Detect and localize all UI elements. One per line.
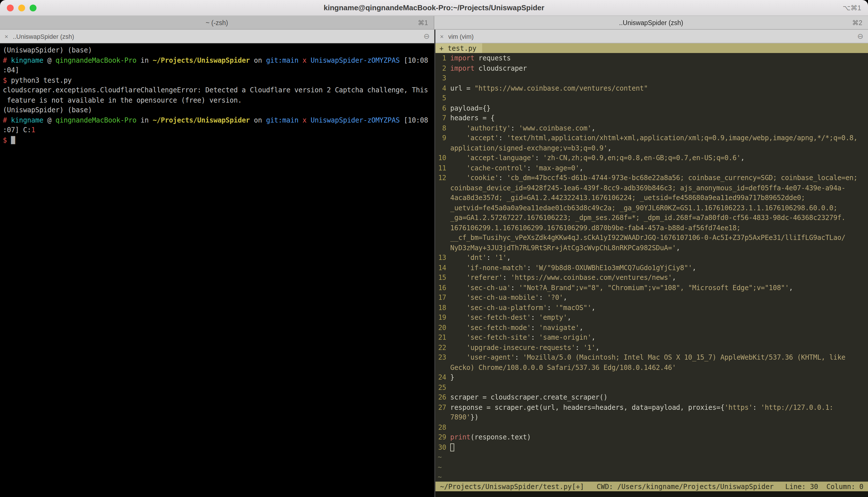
line-number: 10 — [436, 153, 450, 163]
vim-line: 1676106299.1.1676106299.1676106299.d870b… — [436, 223, 868, 233]
vim-line: coinbase_device_id=9428f245-1ea6-439f-8c… — [436, 183, 868, 193]
vim-line: _uetvid=fe45a0a0a9ea11edae01cb63d8c49c2a… — [436, 203, 868, 213]
line-number: 6 — [436, 103, 450, 113]
vim-line: 28 — [436, 423, 868, 432]
line-number: 30 — [436, 443, 450, 453]
close-window-button[interactable] — [7, 4, 14, 11]
vim-status-file: ~/Projects/UniswapSpider/test.py[+] — [440, 482, 584, 491]
tab-bar: ~ (-zsh) ⌘1 ..UniswapSpider (zsh) ⌘2 — [0, 16, 868, 30]
vim-line: 4aca8d3e357d; _gid=GA1.2.442322413.16761… — [436, 193, 868, 203]
tab-uniswapspider-shortcut: ⌘2 — [852, 18, 862, 27]
close-pane-icon[interactable]: × — [440, 33, 444, 40]
line-number: 8 — [436, 123, 450, 133]
line-number: 20 — [436, 323, 450, 333]
vim-line: 25 — [436, 383, 868, 393]
line-number: 9 — [436, 133, 450, 143]
zoom-window-button[interactable] — [30, 4, 37, 11]
vim-filler-line: ~ — [436, 453, 868, 463]
vim-line: 10 'accept-language': 'zh-CN,zh;q=0.9,en… — [436, 153, 868, 163]
line-number — [436, 183, 450, 193]
vim-line: 14 'if-none-match': 'W/"9b8d8-OXUWBhE1o3… — [436, 263, 868, 273]
vim-line: 11 'cache-control': 'max-age=0', — [436, 163, 868, 173]
vim-line: 19 'sec-fetch-dest': 'empty', — [436, 313, 868, 323]
vim-line: 4url = "https://www.coinbase.com/venture… — [436, 84, 868, 94]
vim-line: __cf_bm=Tusihyc_vPeXsZdk4gKKw4qJ.sCkA1yI… — [436, 233, 868, 243]
split-panes: × ..UniswapSpider (zsh) ⊖ (UniswapSpider… — [0, 30, 868, 497]
right-pane-header[interactable]: × vim (vim) ⊖ — [436, 30, 868, 43]
line-number: 28 — [436, 423, 450, 432]
vim-line: application/signed-exchange;v=b3;q=0.9', — [436, 143, 868, 153]
terminal-line: $ █ — [3, 136, 431, 145]
line-number: 2 — [436, 63, 450, 73]
vim-line: 5 — [436, 94, 868, 103]
left-pane-header[interactable]: × ..UniswapSpider (zsh) ⊖ — [0, 30, 434, 43]
line-number: 17 — [436, 293, 450, 303]
vim-filler-line: ~ — [436, 463, 868, 472]
terminal-window: kingname@qingnandeMacBook-Pro:~/Projects… — [0, 0, 868, 497]
vim-line: 20 'sec-fetch-mode': 'navigate', — [436, 323, 868, 333]
pane-menu-icon[interactable]: ⊖ — [424, 32, 430, 40]
line-number: 11 — [436, 163, 450, 173]
vim-line: 22 'upgrade-insecure-requests': '1', — [436, 343, 868, 353]
terminal-line: # kingname @ qingnandeMacBook-Pro in ~/P… — [3, 115, 431, 125]
tab-uniswapspider-label: ..UniswapSpider (zsh) — [619, 19, 683, 26]
tab-zsh-shortcut: ⌘1 — [418, 18, 428, 27]
left-pane: × ..UniswapSpider (zsh) ⊖ (UniswapSpider… — [0, 30, 434, 497]
vim-tab-testpy[interactable]: + test.py — [436, 43, 482, 53]
line-number — [436, 243, 450, 253]
vim-editor: + test.py 1import requests2import clouds… — [436, 43, 868, 497]
window-title: kingname@qingnandeMacBook-Pro:~/Projects… — [324, 3, 544, 12]
line-number: 3 — [436, 73, 450, 84]
vim-command-line[interactable] — [436, 491, 868, 497]
vim-line: 21 'sec-fetch-site': 'same-origin', — [436, 333, 868, 343]
vim-line: 16 'sec-ch-ua': '"Not?A_Brand";v="8", "C… — [436, 283, 868, 293]
line-number — [436, 223, 450, 233]
titlebar[interactable]: kingname@qingnandeMacBook-Pro:~/Projects… — [0, 0, 868, 16]
line-number: 26 — [436, 393, 450, 403]
vim-line: 23 'user-agent': 'Mozilla/5.0 (Macintosh… — [436, 353, 868, 363]
terminal-output[interactable]: (UniswapSpider) (base)# kingname @ qingn… — [0, 43, 434, 497]
terminal-line: feature is not available in the opensour… — [3, 96, 431, 105]
tab-uniswapspider[interactable]: ..UniswapSpider (zsh) ⌘2 — [434, 16, 868, 30]
vim-line: 9 'accept': 'text/html,application/xhtml… — [436, 133, 868, 143]
vim-line: 18 'sec-ch-ua-platform': '"macOS"', — [436, 303, 868, 313]
tab-zsh[interactable]: ~ (-zsh) ⌘1 — [0, 16, 434, 30]
vim-line: Gecko) Chrome/108.0.0.0 Safari/537.36 Ed… — [436, 363, 868, 373]
vim-line: 1import requests — [436, 54, 868, 63]
window-shortcut-label: ⌥⌘1 — [843, 4, 861, 12]
line-number: 19 — [436, 313, 450, 323]
vim-status-position: Line: 30 Column: 0 — [785, 482, 864, 491]
terminal-line: (UniswapSpider) (base) — [3, 46, 431, 56]
terminal-line: (UniswapSpider) (base) — [3, 105, 431, 115]
vim-line: 7headers = { — [436, 113, 868, 123]
vim-buffer[interactable]: 1import requests2import cloudscraper34ur… — [436, 53, 868, 482]
line-number: 7 — [436, 113, 450, 123]
vim-line: 13 'dnt': '1', — [436, 253, 868, 263]
line-number: 15 — [436, 273, 450, 283]
vim-line: NyD3zMay+3JU3jdTh7RL9RtSRr+jAtCg3cWvpChL… — [436, 243, 868, 253]
terminal-line: :07] C:1 — [3, 125, 431, 136]
minimize-window-button[interactable] — [18, 4, 25, 11]
right-pane-title: vim (vim) — [448, 33, 853, 40]
vim-line: 29print(response.text) — [436, 432, 868, 443]
pane-menu-icon[interactable]: ⊖ — [857, 32, 864, 40]
line-number: 25 — [436, 383, 450, 393]
line-number — [436, 143, 450, 153]
vim-line: 15 'referer': 'https://www.coinbase.com/… — [436, 273, 868, 283]
vim-line: 30 — [436, 443, 868, 453]
vim-line: 3 — [436, 73, 868, 84]
vim-line: 2import cloudscraper — [436, 63, 868, 73]
line-number: 21 — [436, 333, 450, 343]
line-number: 14 — [436, 263, 450, 273]
close-pane-icon[interactable]: × — [4, 33, 8, 40]
vim-line: 12 'cookie': 'cb_dm=47bccf45-d61b-4744-9… — [436, 173, 868, 183]
line-number: 12 — [436, 173, 450, 183]
line-number — [436, 203, 450, 213]
line-number: 24 — [436, 373, 450, 383]
terminal-line: :04] — [3, 66, 431, 75]
vim-line: 17 'sec-ch-ua-mobile': '?0', — [436, 293, 868, 303]
vim-line: 27response = scraper.get(url, headers=he… — [436, 403, 868, 413]
line-number: 5 — [436, 94, 450, 103]
line-number: 22 — [436, 343, 450, 353]
line-number: 27 — [436, 403, 450, 413]
